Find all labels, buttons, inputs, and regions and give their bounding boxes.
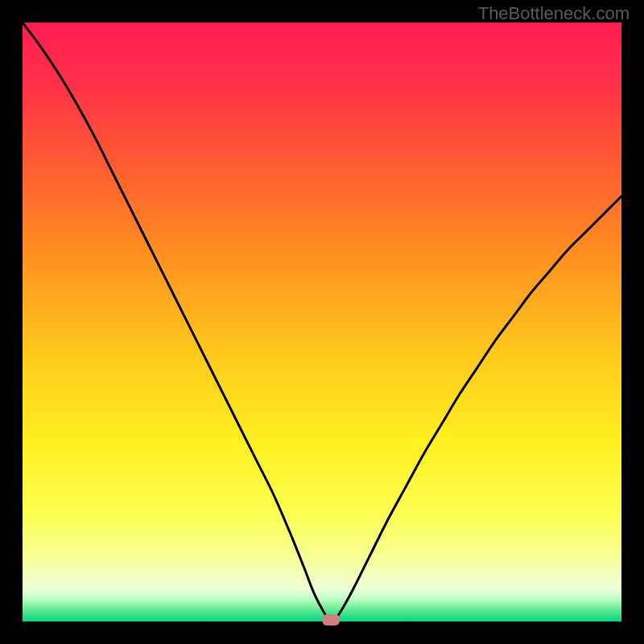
plot-background xyxy=(23,23,621,621)
optimal-point-marker xyxy=(322,614,340,625)
bottleneck-chart xyxy=(0,0,644,644)
watermark-text: TheBottleneck.com xyxy=(478,3,630,24)
chart-container: TheBottleneck.com xyxy=(0,0,644,644)
